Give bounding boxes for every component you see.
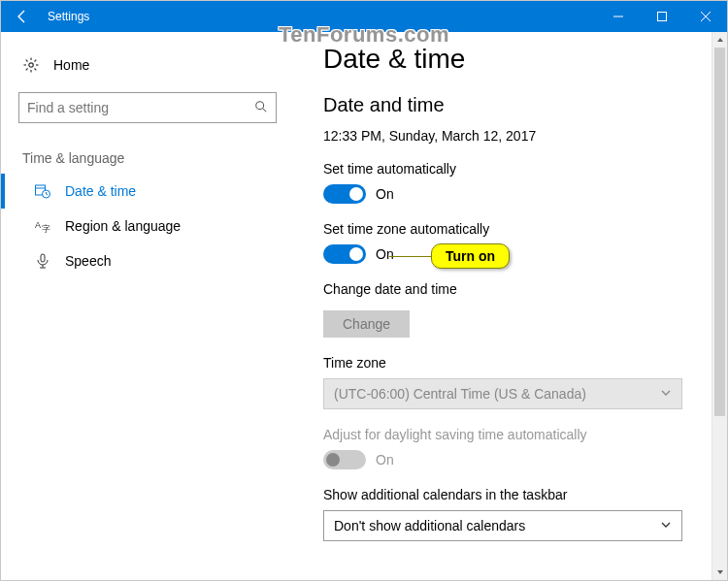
section-header: Date and time	[323, 94, 682, 116]
scroll-down-arrow[interactable]	[712, 565, 727, 580]
svg-line-11	[35, 60, 37, 62]
additional-calendars-dropdown[interactable]: Don't show additional calendars	[323, 510, 682, 541]
svg-line-12	[26, 69, 28, 71]
search-icon	[254, 100, 268, 116]
svg-text:字: 字	[42, 224, 50, 234]
window-controls	[596, 1, 727, 32]
annotation-bubble: Turn on	[431, 243, 510, 269]
window-title: Settings	[48, 10, 89, 23]
timezone-dropdown: (UTC-06:00) Central Time (US & Canada)	[323, 378, 682, 409]
close-button[interactable]	[683, 1, 727, 32]
set-time-auto-label: Set time automatically	[323, 161, 682, 177]
sidebar-item-label: Date & time	[65, 183, 136, 199]
sidebar: Home Find a setting Time & language Date…	[1, 32, 294, 580]
sidebar-item-speech[interactable]: Speech	[1, 243, 277, 278]
page-title: Date & time	[323, 44, 682, 75]
set-tz-auto-toggle[interactable]	[323, 244, 366, 264]
back-button[interactable]	[1, 1, 44, 32]
chevron-down-icon	[660, 518, 672, 533]
set-time-auto-state: On	[376, 186, 394, 202]
svg-line-9	[26, 60, 28, 62]
annotation-leader-line	[389, 256, 433, 257]
minimize-button[interactable]	[596, 1, 640, 32]
home-nav[interactable]: Home	[18, 49, 277, 81]
dst-label: Adjust for daylight saving time automati…	[323, 427, 682, 442]
language-icon: A字	[34, 218, 51, 234]
svg-line-14	[263, 108, 267, 112]
dst-toggle	[323, 450, 366, 469]
sidebar-item-label: Speech	[65, 253, 111, 269]
scroll-up-arrow[interactable]	[712, 32, 727, 48]
search-input[interactable]: Find a setting	[18, 92, 277, 123]
maximize-button[interactable]	[640, 1, 683, 32]
annotation-text: Turn on	[446, 248, 495, 264]
additional-calendars-label: Show additional calendars in the taskbar	[323, 487, 682, 502]
current-datetime: 12:33 PM, Sunday, March 12, 2017	[323, 128, 682, 144]
sidebar-item-region-language[interactable]: A字 Region & language	[1, 209, 277, 243]
svg-rect-1	[657, 13, 666, 21]
svg-point-13	[256, 101, 264, 109]
set-tz-auto-label: Set time zone automatically	[323, 221, 682, 237]
scrollbar-thumb[interactable]	[714, 48, 725, 416]
svg-rect-22	[41, 254, 45, 262]
timezone-label: Time zone	[323, 355, 682, 371]
set-time-auto-toggle[interactable]	[323, 184, 366, 204]
gear-icon	[22, 57, 40, 73]
sidebar-item-date-time[interactable]: Date & time	[1, 174, 277, 209]
search-placeholder: Find a setting	[27, 100, 109, 115]
set-tz-auto-state: On	[376, 246, 394, 262]
clock-calendar-icon	[34, 183, 51, 199]
timezone-value: (UTC-06:00) Central Time (US & Canada)	[334, 386, 586, 402]
chevron-down-icon	[660, 386, 672, 402]
sidebar-item-label: Region & language	[65, 218, 181, 234]
main-content: Date & time Date and time 12:33 PM, Sund…	[294, 32, 711, 580]
svg-line-10	[35, 69, 37, 71]
sidebar-section-title: Time & language	[18, 150, 277, 166]
additional-calendars-value: Don't show additional calendars	[334, 518, 525, 533]
scrollbar[interactable]	[711, 32, 727, 580]
change-date-time-label: Change date and time	[323, 281, 682, 297]
svg-text:A: A	[35, 220, 41, 230]
dst-state: On	[376, 452, 394, 468]
change-button: Change	[323, 310, 410, 338]
titlebar: Settings	[1, 1, 727, 32]
microphone-icon	[34, 253, 51, 269]
home-label: Home	[53, 57, 89, 73]
svg-point-4	[29, 63, 33, 67]
